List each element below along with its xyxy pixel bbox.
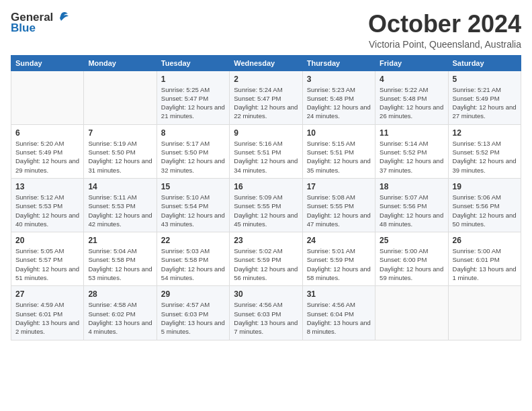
calendar-cell: 29Sunrise: 4:57 AMSunset: 6:03 PMDayligh…	[157, 286, 229, 340]
calendar-cell: 26Sunrise: 5:00 AMSunset: 6:01 PMDayligh…	[448, 232, 521, 286]
day-info: Sunrise: 5:14 AMSunset: 5:52 PMDaylight:…	[380, 139, 443, 175]
calendar-cell: 6Sunrise: 5:20 AMSunset: 5:49 PMDaylight…	[11, 124, 84, 178]
calendar-cell: 16Sunrise: 5:09 AMSunset: 5:55 PMDayligh…	[230, 178, 302, 232]
day-info: Sunrise: 5:04 AMSunset: 5:58 PMDaylight:…	[88, 246, 152, 282]
day-info: Sunrise: 5:00 AMSunset: 6:00 PMDaylight:…	[380, 246, 443, 282]
column-header-friday: Friday	[375, 55, 448, 71]
calendar-cell: 11Sunrise: 5:14 AMSunset: 5:52 PMDayligh…	[375, 124, 448, 178]
day-info: Sunrise: 5:11 AMSunset: 5:53 PMDaylight:…	[88, 193, 152, 228]
day-info: Sunrise: 5:10 AMSunset: 5:54 PMDaylight:…	[161, 193, 225, 228]
calendar-cell: 31Sunrise: 4:56 AMSunset: 6:04 PMDayligh…	[302, 286, 375, 340]
day-info: Sunrise: 4:56 AMSunset: 6:04 PMDaylight:…	[307, 300, 371, 336]
day-number: 10	[307, 128, 371, 138]
day-info: Sunrise: 5:08 AMSunset: 5:55 PMDaylight:…	[307, 193, 371, 228]
day-number: 4	[380, 75, 443, 84]
day-number: 19	[453, 182, 517, 191]
day-info: Sunrise: 5:21 AMSunset: 5:49 PMDaylight:…	[453, 85, 517, 121]
day-number: 12	[453, 128, 517, 138]
logo-bird-icon	[54, 11, 69, 24]
calendar-week-row: 27Sunrise: 4:59 AMSunset: 6:01 PMDayligh…	[11, 286, 521, 340]
location-text: Victoria Point, Queensland, Australia	[368, 39, 521, 50]
calendar-cell: 12Sunrise: 5:13 AMSunset: 5:52 PMDayligh…	[448, 124, 521, 178]
day-number: 6	[15, 128, 79, 138]
month-title: October 2024	[368, 11, 521, 38]
day-info: Sunrise: 4:57 AMSunset: 6:03 PMDaylight:…	[161, 300, 225, 336]
day-number: 18	[380, 182, 443, 191]
day-number: 7	[88, 128, 152, 138]
calendar-week-row: 13Sunrise: 5:12 AMSunset: 5:53 PMDayligh…	[11, 178, 521, 232]
calendar-cell: 15Sunrise: 5:10 AMSunset: 5:54 PMDayligh…	[157, 178, 229, 232]
calendar-cell: 27Sunrise: 4:59 AMSunset: 6:01 PMDayligh…	[11, 286, 84, 340]
day-number: 30	[234, 289, 298, 299]
day-info: Sunrise: 5:07 AMSunset: 5:56 PMDaylight:…	[380, 193, 443, 228]
calendar-cell: 21Sunrise: 5:04 AMSunset: 5:58 PMDayligh…	[84, 232, 157, 286]
day-info: Sunrise: 4:59 AMSunset: 6:01 PMDaylight:…	[15, 300, 79, 336]
column-header-wednesday: Wednesday	[230, 55, 302, 71]
day-number: 3	[307, 75, 371, 84]
calendar-cell: 25Sunrise: 5:00 AMSunset: 6:00 PMDayligh…	[375, 232, 448, 286]
day-info: Sunrise: 5:19 AMSunset: 5:50 PMDaylight:…	[88, 139, 152, 175]
calendar-cell: 28Sunrise: 4:58 AMSunset: 6:02 PMDayligh…	[84, 286, 157, 340]
day-number: 31	[307, 289, 371, 299]
day-info: Sunrise: 5:22 AMSunset: 5:48 PMDaylight:…	[380, 85, 443, 121]
day-number: 1	[161, 75, 225, 84]
column-header-sunday: Sunday	[11, 55, 84, 71]
day-info: Sunrise: 5:12 AMSunset: 5:53 PMDaylight:…	[15, 193, 79, 228]
day-number: 16	[234, 182, 298, 191]
calendar-cell: 23Sunrise: 5:02 AMSunset: 5:59 PMDayligh…	[230, 232, 302, 286]
column-header-thursday: Thursday	[302, 55, 375, 71]
calendar-cell: 7Sunrise: 5:19 AMSunset: 5:50 PMDaylight…	[84, 124, 157, 178]
day-number: 22	[161, 236, 225, 245]
day-info: Sunrise: 5:13 AMSunset: 5:52 PMDaylight:…	[453, 139, 517, 175]
calendar-cell: 14Sunrise: 5:11 AMSunset: 5:53 PMDayligh…	[84, 178, 157, 232]
day-number: 13	[15, 182, 79, 191]
day-info: Sunrise: 5:06 AMSunset: 5:56 PMDaylight:…	[453, 193, 517, 228]
day-number: 25	[380, 236, 443, 245]
day-info: Sunrise: 5:17 AMSunset: 5:50 PMDaylight:…	[161, 139, 225, 175]
calendar-cell: 24Sunrise: 5:01 AMSunset: 5:59 PMDayligh…	[302, 232, 375, 286]
day-info: Sunrise: 5:20 AMSunset: 5:49 PMDaylight:…	[15, 139, 79, 175]
calendar-header-row: SundayMondayTuesdayWednesdayThursdayFrid…	[11, 55, 521, 71]
day-number: 23	[234, 236, 298, 245]
day-number: 28	[88, 289, 152, 299]
calendar-cell: 8Sunrise: 5:17 AMSunset: 5:50 PMDaylight…	[157, 124, 229, 178]
day-info: Sunrise: 4:56 AMSunset: 6:03 PMDaylight:…	[234, 300, 298, 336]
calendar-cell: 17Sunrise: 5:08 AMSunset: 5:55 PMDayligh…	[302, 178, 375, 232]
day-number: 8	[161, 128, 225, 138]
calendar-cell	[11, 71, 84, 124]
calendar-cell: 18Sunrise: 5:07 AMSunset: 5:56 PMDayligh…	[375, 178, 448, 232]
day-number: 24	[307, 236, 371, 245]
day-info: Sunrise: 5:05 AMSunset: 5:57 PMDaylight:…	[15, 246, 79, 282]
calendar-cell: 4Sunrise: 5:22 AMSunset: 5:48 PMDaylight…	[375, 71, 448, 124]
day-info: Sunrise: 5:24 AMSunset: 5:47 PMDaylight:…	[234, 85, 298, 121]
day-number: 20	[15, 236, 79, 245]
calendar-cell	[84, 71, 157, 124]
calendar-cell: 30Sunrise: 4:56 AMSunset: 6:03 PMDayligh…	[230, 286, 302, 340]
calendar-cell: 20Sunrise: 5:05 AMSunset: 5:57 PMDayligh…	[11, 232, 84, 286]
logo: General Blue	[11, 11, 69, 35]
day-info: Sunrise: 5:03 AMSunset: 5:58 PMDaylight:…	[161, 246, 225, 282]
column-header-saturday: Saturday	[448, 55, 521, 71]
calendar-cell: 1Sunrise: 5:25 AMSunset: 5:47 PMDaylight…	[157, 71, 229, 124]
day-number: 14	[88, 182, 152, 191]
calendar-cell: 13Sunrise: 5:12 AMSunset: 5:53 PMDayligh…	[11, 178, 84, 232]
day-number: 27	[15, 289, 79, 299]
calendar-cell	[448, 286, 521, 340]
calendar-cell: 10Sunrise: 5:15 AMSunset: 5:51 PMDayligh…	[302, 124, 375, 178]
day-info: Sunrise: 5:01 AMSunset: 5:59 PMDaylight:…	[307, 246, 371, 282]
day-info: Sunrise: 5:00 AMSunset: 6:01 PMDaylight:…	[453, 246, 517, 282]
calendar-cell: 2Sunrise: 5:24 AMSunset: 5:47 PMDaylight…	[230, 71, 302, 124]
title-block: October 2024 Victoria Point, Queensland,…	[368, 11, 521, 50]
page-header: General Blue October 2024 Victoria Point…	[11, 11, 521, 50]
column-header-tuesday: Tuesday	[157, 55, 229, 71]
day-number: 15	[161, 182, 225, 191]
calendar-cell: 9Sunrise: 5:16 AMSunset: 5:51 PMDaylight…	[230, 124, 302, 178]
calendar-week-row: 1Sunrise: 5:25 AMSunset: 5:47 PMDaylight…	[11, 71, 521, 124]
logo-blue-text: Blue	[11, 21, 36, 35]
calendar-cell: 3Sunrise: 5:23 AMSunset: 5:48 PMDaylight…	[302, 71, 375, 124]
day-number: 26	[453, 236, 517, 245]
calendar-cell: 5Sunrise: 5:21 AMSunset: 5:49 PMDaylight…	[448, 71, 521, 124]
day-info: Sunrise: 5:16 AMSunset: 5:51 PMDaylight:…	[234, 139, 298, 175]
calendar-cell	[375, 286, 448, 340]
day-number: 11	[380, 128, 443, 138]
